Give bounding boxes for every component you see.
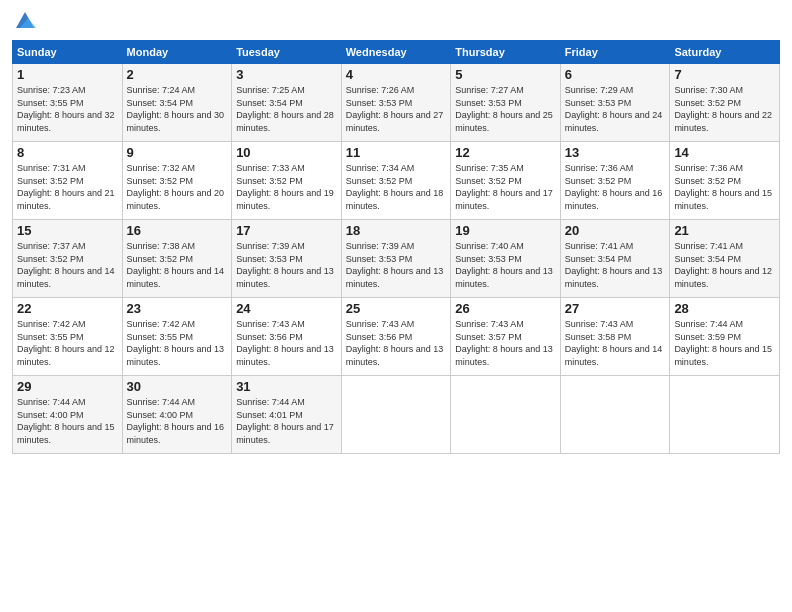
calendar-weekday-header: Wednesday xyxy=(341,41,451,64)
calendar-cell: 29 Sunrise: 7:44 AMSunset: 4:00 PMDaylig… xyxy=(13,376,123,454)
cell-info: Sunrise: 7:24 AMSunset: 3:54 PMDaylight:… xyxy=(127,84,228,134)
calendar-week-row: 29 Sunrise: 7:44 AMSunset: 4:00 PMDaylig… xyxy=(13,376,780,454)
cell-info: Sunrise: 7:23 AMSunset: 3:55 PMDaylight:… xyxy=(17,84,118,134)
calendar-cell: 20 Sunrise: 7:41 AMSunset: 3:54 PMDaylig… xyxy=(560,220,670,298)
calendar-cell: 23 Sunrise: 7:42 AMSunset: 3:55 PMDaylig… xyxy=(122,298,232,376)
cell-info: Sunrise: 7:29 AMSunset: 3:53 PMDaylight:… xyxy=(565,84,666,134)
calendar-cell: 10 Sunrise: 7:33 AMSunset: 3:52 PMDaylig… xyxy=(232,142,342,220)
calendar-cell: 3 Sunrise: 7:25 AMSunset: 3:54 PMDayligh… xyxy=(232,64,342,142)
calendar-cell: 22 Sunrise: 7:42 AMSunset: 3:55 PMDaylig… xyxy=(13,298,123,376)
cell-info: Sunrise: 7:41 AMSunset: 3:54 PMDaylight:… xyxy=(565,240,666,290)
day-number: 12 xyxy=(455,145,556,160)
calendar-cell: 28 Sunrise: 7:44 AMSunset: 3:59 PMDaylig… xyxy=(670,298,780,376)
calendar-cell: 31 Sunrise: 7:44 AMSunset: 4:01 PMDaylig… xyxy=(232,376,342,454)
day-number: 19 xyxy=(455,223,556,238)
day-number: 1 xyxy=(17,67,118,82)
calendar-cell: 25 Sunrise: 7:43 AMSunset: 3:56 PMDaylig… xyxy=(341,298,451,376)
calendar-week-row: 1 Sunrise: 7:23 AMSunset: 3:55 PMDayligh… xyxy=(13,64,780,142)
cell-info: Sunrise: 7:41 AMSunset: 3:54 PMDaylight:… xyxy=(674,240,775,290)
calendar-table: SundayMondayTuesdayWednesdayThursdayFrid… xyxy=(12,40,780,454)
calendar-weekday-header: Sunday xyxy=(13,41,123,64)
day-number: 21 xyxy=(674,223,775,238)
cell-info: Sunrise: 7:36 AMSunset: 3:52 PMDaylight:… xyxy=(565,162,666,212)
day-number: 25 xyxy=(346,301,447,316)
cell-info: Sunrise: 7:44 AMSunset: 3:59 PMDaylight:… xyxy=(674,318,775,368)
day-number: 3 xyxy=(236,67,337,82)
day-number: 29 xyxy=(17,379,118,394)
cell-info: Sunrise: 7:43 AMSunset: 3:56 PMDaylight:… xyxy=(236,318,337,368)
day-number: 5 xyxy=(455,67,556,82)
cell-info: Sunrise: 7:35 AMSunset: 3:52 PMDaylight:… xyxy=(455,162,556,212)
calendar-cell: 30 Sunrise: 7:44 AMSunset: 4:00 PMDaylig… xyxy=(122,376,232,454)
calendar-cell: 8 Sunrise: 7:31 AMSunset: 3:52 PMDayligh… xyxy=(13,142,123,220)
calendar-cell: 27 Sunrise: 7:43 AMSunset: 3:58 PMDaylig… xyxy=(560,298,670,376)
cell-info: Sunrise: 7:43 AMSunset: 3:56 PMDaylight:… xyxy=(346,318,447,368)
calendar-cell xyxy=(670,376,780,454)
day-number: 10 xyxy=(236,145,337,160)
cell-info: Sunrise: 7:43 AMSunset: 3:58 PMDaylight:… xyxy=(565,318,666,368)
day-number: 24 xyxy=(236,301,337,316)
cell-info: Sunrise: 7:44 AMSunset: 4:01 PMDaylight:… xyxy=(236,396,337,446)
calendar-cell: 1 Sunrise: 7:23 AMSunset: 3:55 PMDayligh… xyxy=(13,64,123,142)
calendar-weekday-header: Monday xyxy=(122,41,232,64)
cell-info: Sunrise: 7:27 AMSunset: 3:53 PMDaylight:… xyxy=(455,84,556,134)
day-number: 18 xyxy=(346,223,447,238)
day-number: 31 xyxy=(236,379,337,394)
calendar-cell: 4 Sunrise: 7:26 AMSunset: 3:53 PMDayligh… xyxy=(341,64,451,142)
day-number: 26 xyxy=(455,301,556,316)
calendar-cell: 11 Sunrise: 7:34 AMSunset: 3:52 PMDaylig… xyxy=(341,142,451,220)
calendar-cell: 15 Sunrise: 7:37 AMSunset: 3:52 PMDaylig… xyxy=(13,220,123,298)
day-number: 11 xyxy=(346,145,447,160)
cell-info: Sunrise: 7:33 AMSunset: 3:52 PMDaylight:… xyxy=(236,162,337,212)
calendar-cell: 5 Sunrise: 7:27 AMSunset: 3:53 PMDayligh… xyxy=(451,64,561,142)
day-number: 14 xyxy=(674,145,775,160)
cell-info: Sunrise: 7:44 AMSunset: 4:00 PMDaylight:… xyxy=(17,396,118,446)
day-number: 7 xyxy=(674,67,775,82)
day-number: 2 xyxy=(127,67,228,82)
day-number: 13 xyxy=(565,145,666,160)
header-row xyxy=(12,10,780,32)
calendar-cell xyxy=(560,376,670,454)
calendar-week-row: 15 Sunrise: 7:37 AMSunset: 3:52 PMDaylig… xyxy=(13,220,780,298)
calendar-cell: 21 Sunrise: 7:41 AMSunset: 3:54 PMDaylig… xyxy=(670,220,780,298)
calendar-cell: 19 Sunrise: 7:40 AMSunset: 3:53 PMDaylig… xyxy=(451,220,561,298)
day-number: 23 xyxy=(127,301,228,316)
cell-info: Sunrise: 7:39 AMSunset: 3:53 PMDaylight:… xyxy=(236,240,337,290)
cell-info: Sunrise: 7:37 AMSunset: 3:52 PMDaylight:… xyxy=(17,240,118,290)
calendar-cell: 26 Sunrise: 7:43 AMSunset: 3:57 PMDaylig… xyxy=(451,298,561,376)
calendar-week-row: 8 Sunrise: 7:31 AMSunset: 3:52 PMDayligh… xyxy=(13,142,780,220)
calendar-weekday-header: Saturday xyxy=(670,41,780,64)
calendar-weekday-header: Friday xyxy=(560,41,670,64)
cell-info: Sunrise: 7:34 AMSunset: 3:52 PMDaylight:… xyxy=(346,162,447,212)
day-number: 30 xyxy=(127,379,228,394)
cell-info: Sunrise: 7:43 AMSunset: 3:57 PMDaylight:… xyxy=(455,318,556,368)
calendar-cell: 24 Sunrise: 7:43 AMSunset: 3:56 PMDaylig… xyxy=(232,298,342,376)
cell-info: Sunrise: 7:40 AMSunset: 3:53 PMDaylight:… xyxy=(455,240,556,290)
cell-info: Sunrise: 7:39 AMSunset: 3:53 PMDaylight:… xyxy=(346,240,447,290)
cell-info: Sunrise: 7:25 AMSunset: 3:54 PMDaylight:… xyxy=(236,84,337,134)
calendar-cell: 16 Sunrise: 7:38 AMSunset: 3:52 PMDaylig… xyxy=(122,220,232,298)
cell-info: Sunrise: 7:38 AMSunset: 3:52 PMDaylight:… xyxy=(127,240,228,290)
calendar-cell: 9 Sunrise: 7:32 AMSunset: 3:52 PMDayligh… xyxy=(122,142,232,220)
day-number: 8 xyxy=(17,145,118,160)
day-number: 16 xyxy=(127,223,228,238)
calendar-cell: 2 Sunrise: 7:24 AMSunset: 3:54 PMDayligh… xyxy=(122,64,232,142)
calendar-cell: 14 Sunrise: 7:36 AMSunset: 3:52 PMDaylig… xyxy=(670,142,780,220)
cell-info: Sunrise: 7:32 AMSunset: 3:52 PMDaylight:… xyxy=(127,162,228,212)
calendar-weekday-header: Thursday xyxy=(451,41,561,64)
calendar-header-row: SundayMondayTuesdayWednesdayThursdayFrid… xyxy=(13,41,780,64)
day-number: 15 xyxy=(17,223,118,238)
logo xyxy=(12,10,36,32)
cell-info: Sunrise: 7:36 AMSunset: 3:52 PMDaylight:… xyxy=(674,162,775,212)
calendar-cell: 12 Sunrise: 7:35 AMSunset: 3:52 PMDaylig… xyxy=(451,142,561,220)
logo-icon xyxy=(14,10,36,32)
calendar-cell: 13 Sunrise: 7:36 AMSunset: 3:52 PMDaylig… xyxy=(560,142,670,220)
day-number: 22 xyxy=(17,301,118,316)
day-number: 27 xyxy=(565,301,666,316)
cell-info: Sunrise: 7:42 AMSunset: 3:55 PMDaylight:… xyxy=(17,318,118,368)
calendar-cell: 17 Sunrise: 7:39 AMSunset: 3:53 PMDaylig… xyxy=(232,220,342,298)
day-number: 9 xyxy=(127,145,228,160)
day-number: 28 xyxy=(674,301,775,316)
cell-info: Sunrise: 7:42 AMSunset: 3:55 PMDaylight:… xyxy=(127,318,228,368)
calendar-cell xyxy=(451,376,561,454)
